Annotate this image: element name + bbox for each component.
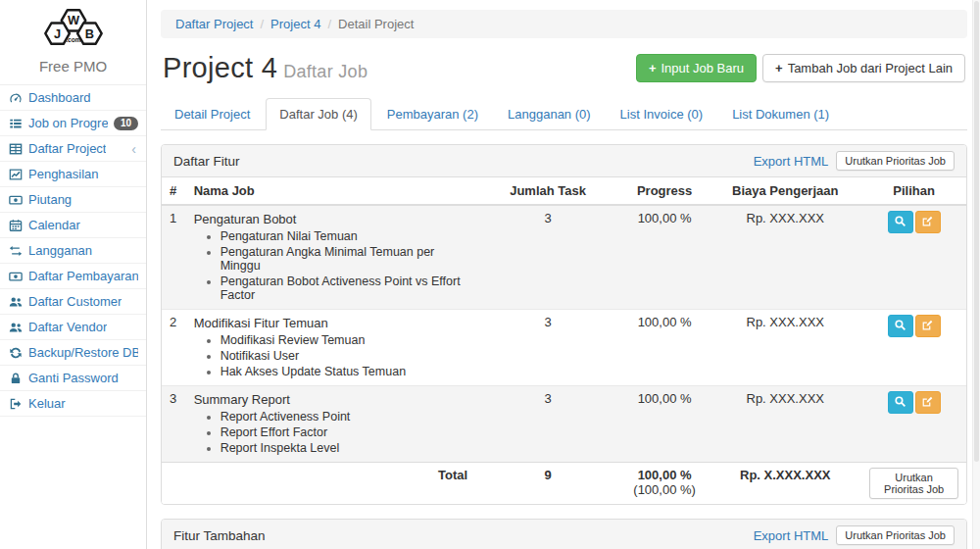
money-icon (9, 193, 23, 207)
sidebar-item-langganan[interactable]: Langganan (0, 238, 146, 264)
sidebar-item-daftar-customer[interactable]: Daftar Customer (0, 289, 146, 315)
subtask-item: Report Activeness Point (220, 410, 468, 424)
sidebar-item-label: Daftar Customer (28, 294, 122, 309)
input-job-baru-button[interactable]: + Input Job Baru (636, 54, 757, 82)
edit-icon (921, 215, 934, 230)
job-name-cell: Pengaturan BobotPengaturan Nilai TemuanP… (186, 205, 476, 310)
export-html-link[interactable]: Export HTML (754, 528, 829, 543)
sidebar-item-label: Penghasilan (28, 167, 99, 181)
table-header-row: #Nama JobJumlah TaskProgressBiaya Penger… (162, 177, 966, 205)
sidebar-item-dashboard[interactable]: Dashboard (0, 85, 146, 111)
header-actions: + Input Job Baru + Tambah Job dari Proje… (636, 54, 965, 82)
sidebar-item-label: Keluar (28, 396, 66, 411)
tab-list-invoice-0[interactable]: List Invoice (0) (607, 98, 717, 130)
tab-list-dokumen-1[interactable]: List Dokumen (1) (718, 98, 843, 130)
sidebar-item-ganti-password[interactable]: Ganti Password (0, 366, 146, 391)
brand-text: Free PMO (0, 52, 146, 84)
progress-value: 100,00 % (620, 310, 709, 386)
sidebar-item-daftar-vendor[interactable]: Daftar Vendor (0, 315, 146, 340)
svg-text:J: J (54, 26, 61, 41)
users-icon (9, 295, 23, 309)
tab-daftar-job-4[interactable]: Daftar Job (4) (266, 98, 370, 130)
table-icon (9, 142, 23, 156)
refresh-icon (9, 346, 23, 360)
svg-text:W: W (67, 13, 79, 27)
project-tabs: Detail ProjectDaftar Job (4)Pembayaran (… (161, 98, 967, 130)
panel-heading-actions: Export HTMLUrutkan Prioritas Job (754, 151, 955, 171)
breadcrumb: Daftar Project/Project 4/Detail Project (161, 10, 967, 38)
breadcrumb-daftar-project[interactable]: Daftar Project (175, 17, 253, 31)
export-html-link[interactable]: Export HTML (754, 154, 829, 169)
job-name-cell: Modifikasi Fitur TemuanModifikasi Review… (186, 310, 476, 386)
sidebar-item-label: Dashboard (28, 90, 91, 105)
total-progress: 100,00 % (100,00 %) (620, 463, 709, 505)
tab-detail-project[interactable]: Detail Project (161, 98, 264, 130)
sidebar-item-job-on-progress[interactable]: Job on Progress10 (0, 111, 146, 136)
scrollbar-thumb[interactable] (974, 1, 979, 462)
sidebar-item-calendar[interactable]: Calendar (0, 213, 146, 238)
total-tasks: 9 (475, 463, 620, 505)
tasks-icon (9, 117, 23, 130)
subtask-item: Pengaturan Nilai Temuan (220, 229, 468, 243)
panel-daftar-fitur: Daftar FiturExport HTMLUrutkan Prioritas… (161, 144, 967, 505)
column-header-pilihan: Pilihan (861, 177, 966, 205)
svg-text:B: B (84, 26, 93, 41)
urutkan-prioritas-job-button[interactable]: Urutkan Prioritas Job (836, 525, 955, 545)
job-name-cell: Summary ReportReport Activeness PointRep… (186, 386, 476, 463)
sidebar: W J B .com Free PMO DashboardJob on Prog… (0, 0, 147, 549)
biaya-value: Rp. XXX.XXX (709, 386, 861, 463)
sidebar-item-penghasilan[interactable]: Penghasilan (0, 162, 146, 187)
urutkan-prioritas-job-button[interactable]: Urutkan Prioritas Job (836, 151, 955, 171)
sidebar-item-label: Daftar Vendor (28, 320, 107, 334)
row-actions (861, 310, 966, 386)
panel-title: Daftar Fitur (173, 154, 240, 169)
jumlah-task-value: 3 (475, 386, 620, 463)
button-label: Input Job Baru (661, 61, 744, 75)
sidebar-item-label: Daftar Project (28, 141, 106, 156)
sidebar-item-backup-restore-db[interactable]: Backup/Restore DB (0, 340, 146, 366)
sidebar-item-label: Job on Progress (28, 116, 108, 130)
tambah-job-dari-project-lain-button[interactable]: + Tambah Job dari Project Lain (762, 54, 965, 82)
sidebar-item-label: Backup/Restore DB (28, 345, 138, 360)
column-header-nama-job: Nama Job (186, 177, 476, 205)
edit-job-button[interactable] (915, 211, 941, 233)
column-header-: # (162, 177, 186, 205)
row-number: 1 (162, 205, 186, 310)
breadcrumb-separator: / (320, 17, 338, 31)
subtask-item: Notifikasi User (220, 349, 468, 363)
sidebar-item-daftar-pembayaran[interactable]: Daftar Pembayaran (0, 264, 146, 289)
sidebar-item-piutang[interactable]: Piutang (0, 187, 146, 213)
scrollbar[interactable] (972, 0, 980, 549)
subtask-item: Pengaturan Angka Minimal Temuan per Ming… (220, 245, 468, 273)
tab-langganan-0[interactable]: Langganan (0) (494, 98, 605, 130)
jwb-logo-icon: W J B .com (31, 6, 116, 49)
total-row: Total9100,00 % (100,00 %)Rp. X.XXX.XXXUr… (162, 463, 966, 505)
panel-heading-actions: Export HTMLUrutkan Prioritas Job (754, 525, 955, 545)
total-label: Total (186, 463, 476, 505)
breadcrumb-separator: / (253, 17, 270, 31)
total-cost: Rp. X.XXX.XXX (709, 463, 861, 505)
breadcrumb-current: Detail Project (338, 17, 414, 31)
project-title: Project 4 (163, 52, 277, 83)
tab-pembayaran-2[interactable]: Pembayaran (2) (373, 98, 492, 130)
progress-value: 100,00 % (620, 386, 709, 463)
view-job-button[interactable] (888, 391, 913, 414)
view-job-button[interactable] (888, 315, 913, 337)
edit-icon (921, 395, 934, 411)
urutkan-prioritas-job-button[interactable]: Urutkan Prioritas Job (869, 468, 958, 499)
lock-icon (9, 372, 23, 385)
search-icon (894, 215, 906, 230)
biaya-value: Rp. XXX.XXX (709, 310, 861, 386)
sidebar-item-label: Daftar Pembayaran (28, 269, 138, 283)
view-job-button[interactable] (888, 211, 913, 233)
page-subtitle: Daftar Job (283, 62, 368, 81)
sidebar-item-daftar-project[interactable]: Daftar Project‹ (0, 136, 146, 162)
sidebar-item-keluar[interactable]: Keluar (0, 391, 146, 417)
chevron-left-icon: ‹ (131, 142, 138, 156)
edit-job-button[interactable] (915, 391, 941, 414)
breadcrumb-project-4[interactable]: Project 4 (270, 17, 320, 31)
table-row: 1Pengaturan BobotPengaturan Nilai Temuan… (162, 205, 966, 310)
exchange-icon (9, 244, 23, 258)
edit-job-button[interactable] (915, 315, 941, 337)
subtask-item: Pengaturan Bobot Activeness Point vs Eff… (220, 274, 468, 302)
